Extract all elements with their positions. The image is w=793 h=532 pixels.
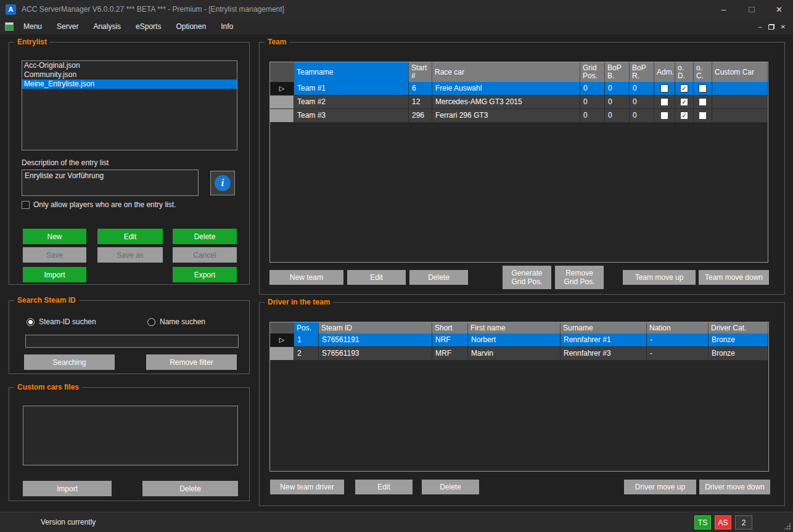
col-pos[interactable]: Pos.: [294, 322, 319, 334]
new-button[interactable]: New: [23, 229, 86, 244]
col-first-name[interactable]: First name: [468, 322, 561, 334]
col-o-c[interactable]: o. C.: [694, 62, 712, 82]
custom-cars-listbox[interactable]: [23, 406, 238, 465]
remove-grid-pos-button[interactable]: Remove Grid Pos.: [555, 266, 604, 289]
cell-surname[interactable]: Rennfahrer #1: [561, 334, 647, 346]
cell-nation[interactable]: -: [647, 334, 709, 346]
menu-item-info[interactable]: Info: [213, 18, 240, 35]
entrylist-file-item[interactable]: Community.json: [22, 70, 237, 80]
cell-race-car[interactable]: Freie Auswahl: [432, 82, 580, 95]
driver-delete-button[interactable]: Delete: [422, 480, 479, 494]
cell-bop-b[interactable]: 0: [605, 96, 630, 108]
o-c-checkbox[interactable]: [699, 84, 707, 92]
cell-race-car[interactable]: Ferrari 296 GT3: [432, 109, 580, 122]
mdi-close-button[interactable]: ✕: [781, 23, 786, 30]
team-delete-button[interactable]: Delete: [409, 270, 468, 285]
team-move-down-button[interactable]: Team move down: [699, 270, 769, 285]
name-radio[interactable]: [147, 318, 155, 326]
generate-grid-pos-button[interactable]: Generate Grid Pos.: [503, 266, 551, 289]
driver-edit-button[interactable]: Edit: [355, 480, 413, 494]
o-d-checkbox[interactable]: [680, 84, 688, 92]
driver-corner-header[interactable]: [270, 322, 294, 334]
cell-surname[interactable]: Rennfahrer #3: [561, 347, 647, 360]
menu-item-analysis[interactable]: Analysis: [86, 18, 128, 35]
edit-button[interactable]: Edit: [97, 229, 163, 244]
cell-teamname[interactable]: Team #1: [294, 82, 409, 95]
cell-pos[interactable]: 1: [294, 334, 319, 346]
new-team-button[interactable]: New team: [269, 270, 343, 285]
resize-grip-icon[interactable]: [783, 522, 791, 530]
entrylist-file-item[interactable]: Acc-Original.json: [22, 61, 237, 70]
search-input[interactable]: [25, 335, 239, 348]
cell-bop-r[interactable]: 0: [630, 96, 654, 108]
searching-button[interactable]: Searching: [24, 354, 115, 370]
menu-item-esports[interactable]: eSports: [128, 18, 168, 35]
export-button[interactable]: Export: [173, 267, 237, 282]
col-nation[interactable]: Nation: [647, 322, 709, 334]
custom-import-button[interactable]: Import: [23, 481, 112, 496]
driver-row[interactable]: 1 S76561191 NRF Norbert Rennfahrer #1 - …: [270, 334, 768, 347]
team-edit-button[interactable]: Edit: [347, 270, 406, 285]
col-bop-b[interactable]: BoP B.: [605, 62, 630, 82]
row-selector[interactable]: [270, 96, 294, 108]
col-race-car[interactable]: Race car: [432, 62, 580, 82]
col-short[interactable]: Short: [432, 322, 468, 334]
menu-item-server[interactable]: Server: [49, 18, 86, 35]
cell-driver-cat[interactable]: Bronze: [709, 347, 768, 360]
col-adm[interactable]: Adm.: [654, 62, 675, 82]
o-c-checkbox[interactable]: [699, 112, 707, 120]
col-start-number[interactable]: Start #: [409, 62, 432, 82]
description-input[interactable]: Enryliste zur Vorführung: [22, 170, 199, 196]
ts-badge[interactable]: TS: [694, 515, 711, 530]
team-row[interactable]: Team #3 296 Ferrari 296 GT3 0 0 0: [270, 109, 768, 123]
team-corner-header[interactable]: [270, 62, 294, 82]
o-d-checkbox[interactable]: [680, 98, 688, 106]
cell-bop-b[interactable]: 0: [605, 82, 630, 95]
save-button[interactable]: Save: [23, 247, 86, 263]
cell-custom-car[interactable]: [712, 109, 768, 122]
row-selector[interactable]: [270, 82, 294, 95]
col-grid-pos[interactable]: Grid Pos.: [580, 62, 605, 82]
delete-button[interactable]: Delete: [173, 229, 237, 244]
cell-teamname[interactable]: Team #3: [294, 109, 409, 122]
save-as-button[interactable]: Save as: [97, 247, 163, 263]
row-selector[interactable]: [270, 347, 294, 360]
driver-move-down-button[interactable]: Driver move down: [699, 480, 770, 494]
cell-start-number[interactable]: 12: [409, 96, 432, 108]
cell-bop-r[interactable]: 0: [630, 109, 654, 122]
col-steam-id[interactable]: Steam ID: [319, 322, 432, 334]
cell-race-car[interactable]: Mercedes-AMG GT3 2015: [432, 96, 580, 108]
entrylist-listbox[interactable]: Acc-Original.json Community.json Meine_E…: [22, 60, 237, 150]
col-custom-car[interactable]: Custom Car: [712, 62, 768, 82]
mdi-restore-button[interactable]: [768, 24, 775, 30]
col-bop-r[interactable]: BoP R.: [630, 62, 654, 82]
cell-grid-pos[interactable]: 0: [580, 82, 605, 95]
driver-move-up-button[interactable]: Driver move up: [624, 480, 696, 494]
custom-delete-button[interactable]: Delete: [142, 481, 238, 496]
cell-start-number[interactable]: 6: [409, 82, 432, 95]
row-selector[interactable]: [270, 334, 294, 346]
row-selector[interactable]: [270, 109, 294, 122]
adm-checkbox[interactable]: [660, 84, 668, 92]
close-button[interactable]: ✕: [765, 0, 793, 18]
minimize-button[interactable]: –: [710, 0, 738, 18]
col-driver-cat[interactable]: Driver Cat.: [709, 322, 768, 334]
cell-steam-id[interactable]: S76561193: [319, 347, 432, 360]
entrylist-file-item[interactable]: Meine_Entryliste.json: [22, 80, 237, 89]
cell-teamname[interactable]: Team #2: [294, 96, 409, 108]
o-d-checkbox[interactable]: [680, 112, 688, 120]
cell-pos[interactable]: 2: [294, 347, 319, 360]
cell-bop-b[interactable]: 0: [605, 109, 630, 122]
menu-item-optionen[interactable]: Optionen: [168, 18, 213, 35]
cell-driver-cat[interactable]: Bronze: [709, 334, 768, 346]
cell-custom-car[interactable]: [712, 96, 768, 108]
entrylist-only-checkbox[interactable]: [22, 201, 30, 209]
team-row[interactable]: Team #2 12 Mercedes-AMG GT3 2015 0 0 0: [270, 96, 768, 109]
import-button[interactable]: Import: [23, 267, 86, 282]
new-team-driver-button[interactable]: New team driver: [270, 480, 344, 494]
driver-row[interactable]: 2 S76561193 MRF Marvin Rennfahrer #3 - B…: [270, 347, 768, 361]
cell-first-name[interactable]: Marvin: [468, 347, 561, 360]
cell-custom-car[interactable]: [712, 82, 768, 95]
col-surname[interactable]: Surname: [561, 322, 647, 334]
col-o-d[interactable]: o. D.: [675, 62, 694, 82]
